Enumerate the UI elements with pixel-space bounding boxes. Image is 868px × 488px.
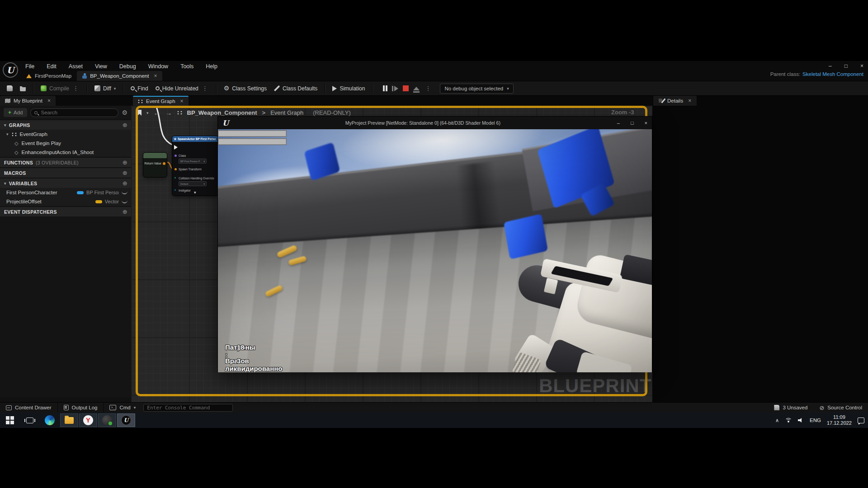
stop-button[interactable] <box>403 85 409 91</box>
menu-help[interactable]: Help <box>206 63 217 70</box>
hide-unrelated-button[interactable]: Hide Unrelated ⋮ <box>152 83 212 94</box>
exec-pin[interactable] <box>174 145 178 150</box>
collision-dropdown[interactable]: Default▾ <box>179 181 207 186</box>
tab-my-blueprint[interactable]: My Blueprint × <box>0 96 56 106</box>
menu-tools[interactable]: Tools <box>180 63 193 70</box>
clock[interactable]: 11:09 17.12.2022 <box>827 414 852 426</box>
close-icon[interactable]: × <box>688 98 691 104</box>
unsaved-button[interactable]: 3 Unsaved <box>768 405 813 410</box>
section-functions[interactable]: FUNCTIONS (3 OVERRIDABLE) ⊕ <box>0 158 131 167</box>
menu-edit[interactable]: Edit <box>47 63 57 70</box>
cmd-dropdown[interactable]: >_ Cmd ▾ <box>104 403 142 413</box>
close-button[interactable]: × <box>645 120 647 126</box>
diff-button[interactable]: Diff ▾ <box>91 84 119 94</box>
tab-event-graph[interactable]: Event Graph × <box>133 96 189 106</box>
chevron-down-icon[interactable]: ▾ <box>146 111 149 115</box>
hide-unrelated-options-icon[interactable]: ⋮ <box>201 85 209 92</box>
add-graph-button[interactable]: ⊕ <box>123 122 127 128</box>
save-button[interactable] <box>4 84 16 93</box>
section-variables[interactable]: ▾ VARIABLES ⊕ <box>0 178 131 188</box>
unreal-logo-icon: U <box>3 62 18 78</box>
notification-center-icon[interactable] <box>858 418 864 423</box>
list-item-input-action[interactable]: ◇ EnhancedInputAction IA_Shoot <box>0 148 131 157</box>
class-settings-button[interactable]: ⚙ Class Settings <box>221 84 270 94</box>
class-dropdown[interactable]: BP First Person F▾ <box>179 159 207 164</box>
compile-button[interactable]: Compile ⋮ <box>38 83 83 94</box>
add-variable-button[interactable]: ⊕ <box>123 180 127 187</box>
menu-asset[interactable]: Asset <box>69 63 83 70</box>
start-button[interactable] <box>0 413 20 428</box>
section-event-dispatchers[interactable]: EVENT DISPATCHERS ⊕ <box>0 207 131 216</box>
task-view-button[interactable] <box>20 413 40 428</box>
add-macro-button[interactable]: ⊕ <box>123 169 127 176</box>
browse-button[interactable] <box>17 84 29 93</box>
bookmark-icon[interactable] <box>137 110 142 116</box>
close-icon[interactable]: × <box>154 73 157 79</box>
add-dispatcher-button[interactable]: ⊕ <box>123 208 127 215</box>
node-return-value[interactable]: Return Value <box>143 152 167 178</box>
expand-node-icon[interactable]: ▾ <box>194 190 196 195</box>
pause-button[interactable] <box>383 85 387 91</box>
breadcrumb-root[interactable]: BP_Weapon_Component <box>187 109 257 116</box>
search-input[interactable] <box>41 110 114 115</box>
debug-object-dropdown[interactable]: No debug object selected ▾ <box>440 84 513 94</box>
compile-options-icon[interactable]: ⋮ <box>72 85 80 92</box>
search-box[interactable] <box>30 108 118 117</box>
tab-firstpersonmap[interactable]: FirstPersonMap <box>21 71 77 81</box>
menu-window[interactable]: Window <box>148 63 168 70</box>
launcher-button[interactable] <box>98 413 116 427</box>
breadcrumb-leaf[interactable]: Event Graph <box>270 109 303 116</box>
minimize-button[interactable]: – <box>617 120 620 126</box>
variable-firstpersoncharacter[interactable]: First PersonCharacter BP First Person Ch… <box>0 188 131 197</box>
close-button[interactable]: × <box>860 63 863 69</box>
unreal-engine-button[interactable]: U <box>117 413 135 427</box>
section-macros[interactable]: MACROS ⊕ <box>0 168 131 178</box>
class-defaults-button[interactable]: Class Defaults <box>271 84 321 94</box>
playback-options-icon[interactable]: ⋮ <box>424 85 432 92</box>
maximize-button[interactable]: □ <box>844 63 848 69</box>
file-explorer-button[interactable] <box>60 413 78 427</box>
back-button[interactable]: ← <box>154 109 160 117</box>
close-icon[interactable]: × <box>47 98 51 104</box>
console-command-box[interactable] <box>143 404 233 412</box>
output-pin[interactable] <box>163 162 165 165</box>
settings-gear-icon[interactable]: ⚙ <box>122 109 127 116</box>
output-log-button[interactable]: Output Log <box>58 403 104 413</box>
add-function-button[interactable]: ⊕ <box>123 159 127 166</box>
frame-skip-button[interactable] <box>392 86 398 91</box>
list-item-eventgraph[interactable]: ▾ EventGraph <box>0 130 131 139</box>
edge-button[interactable] <box>40 413 60 428</box>
yandex-browser-button[interactable]: Y <box>79 413 97 427</box>
tab-bp-weapon-component[interactable]: BP_Weapon_Component × <box>77 71 162 81</box>
game-viewport[interactable]: Жизнь Выносливость Патроны :18 Врагов ли… <box>218 129 652 372</box>
menu-file[interactable]: File <box>25 63 34 70</box>
console-command-input[interactable] <box>147 405 229 411</box>
speaker-icon[interactable] <box>798 418 804 423</box>
list-item-event-begin-play[interactable]: ◇ Event Begin Play <box>0 139 131 148</box>
tray-expand-icon[interactable]: ∧ <box>775 418 779 423</box>
menu-view[interactable]: View <box>95 63 107 70</box>
forward-button[interactable]: → <box>165 109 172 117</box>
eye-closed-icon[interactable] <box>122 200 127 203</box>
parent-class-link[interactable]: Skeletal Mesh Component <box>802 71 863 77</box>
eye-closed-icon[interactable] <box>122 191 127 194</box>
content-drawer-button[interactable]: Content Drawer <box>0 403 58 413</box>
language-indicator[interactable]: ENG <box>810 418 821 423</box>
eject-button[interactable] <box>413 87 420 90</box>
variable-projectileoffset[interactable]: ProjectileOffset Vector <box>0 197 131 206</box>
add-button[interactable]: + Add <box>4 108 27 117</box>
wifi-icon[interactable] <box>785 418 792 423</box>
simulation-button[interactable]: Simulation <box>329 84 368 94</box>
source-control-button[interactable]: ⊘ Source Control <box>813 404 868 411</box>
simulation-label: Simulation <box>340 85 365 92</box>
spawn-icon <box>174 137 177 141</box>
section-graphs[interactable]: ▾ GRAPHS ⊕ <box>0 120 131 130</box>
maximize-button[interactable]: □ <box>631 120 634 126</box>
preview-title-bar[interactable]: U MyProject Preview [NetMode: Standalone… <box>218 117 652 129</box>
menu-debug[interactable]: Debug <box>119 63 136 70</box>
minimize-button[interactable]: – <box>829 63 832 69</box>
close-icon[interactable]: × <box>180 98 184 104</box>
tab-details[interactable]: Details × <box>653 96 697 106</box>
node-spawnactor[interactable]: SpawnActor BP First Perso Class BP First… <box>172 136 219 196</box>
find-button[interactable]: Find <box>127 84 151 94</box>
